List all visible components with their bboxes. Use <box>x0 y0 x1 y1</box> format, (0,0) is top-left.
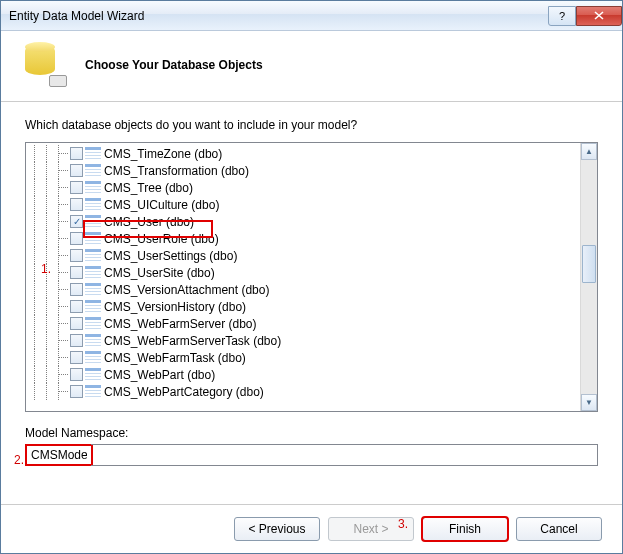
tree-item-checkbox[interactable] <box>70 215 83 228</box>
tree-lines <box>34 332 70 349</box>
table-icon <box>85 147 101 160</box>
tree-item-checkbox[interactable] <box>70 164 83 177</box>
tree-item-label: CMS_WebFarmServerTask (dbo) <box>104 334 281 348</box>
tree-item-checkbox[interactable] <box>70 232 83 245</box>
scroll-down-button[interactable]: ▼ <box>581 394 597 411</box>
tree-item[interactable]: CMS_User (dbo) <box>26 213 580 230</box>
tree-item-label: CMS_WebPart (dbo) <box>104 368 215 382</box>
annotation-1: 1. <box>41 262 51 276</box>
annotation-3: 3. <box>398 517 408 531</box>
tree-item-label: CMS_VersionHistory (dbo) <box>104 300 246 314</box>
table-icon <box>85 181 101 194</box>
close-button[interactable] <box>576 6 622 26</box>
object-tree[interactable]: CMS_TimeZone (dbo)CMS_Transformation (db… <box>25 142 598 412</box>
window-title: Entity Data Model Wizard <box>9 9 548 23</box>
tree-item[interactable]: CMS_UserSite (dbo) <box>26 264 580 281</box>
cancel-button[interactable]: Cancel <box>516 517 602 541</box>
table-icon <box>85 283 101 296</box>
scroll-track[interactable] <box>581 160 597 394</box>
titlebar: Entity Data Model Wizard ? <box>1 1 622 31</box>
tree-item-checkbox[interactable] <box>70 181 83 194</box>
tree-item-label: CMS_WebFarmServer (dbo) <box>104 317 256 331</box>
tree-item-label: CMS_WebFarmTask (dbo) <box>104 351 246 365</box>
tree-lines <box>34 281 70 298</box>
previous-button[interactable]: < Previous <box>234 517 320 541</box>
table-icon <box>85 198 101 211</box>
tree-item-checkbox[interactable] <box>70 283 83 296</box>
tree-item-label: CMS_WebPartCategory (dbo) <box>104 385 264 399</box>
close-icon <box>594 11 604 20</box>
tree-lines <box>34 196 70 213</box>
tree-lines <box>34 230 70 247</box>
namespace-label: Model Namespace: <box>25 426 598 440</box>
wizard-body: Which database objects do you want to in… <box>1 102 622 472</box>
tree-item-checkbox[interactable] <box>70 351 83 364</box>
tree-item-checkbox[interactable] <box>70 334 83 347</box>
table-icon <box>85 300 101 313</box>
tree-lines <box>34 162 70 179</box>
scroll-up-button[interactable]: ▲ <box>581 143 597 160</box>
tree-lines <box>34 179 70 196</box>
tree-item-checkbox[interactable] <box>70 300 83 313</box>
tree-item-checkbox[interactable] <box>70 317 83 330</box>
namespace-input-remainder[interactable] <box>91 444 598 466</box>
annotation-highlight-2 <box>25 444 93 466</box>
help-button[interactable]: ? <box>548 6 576 26</box>
table-icon <box>85 249 101 262</box>
tree-item-checkbox[interactable] <box>70 147 83 160</box>
tree-item[interactable]: CMS_Transformation (dbo) <box>26 162 580 179</box>
page-heading: Choose Your Database Objects <box>85 58 263 72</box>
tree-item[interactable]: CMS_Tree (dbo) <box>26 179 580 196</box>
table-icon <box>85 351 101 364</box>
tree-item[interactable]: CMS_VersionHistory (dbo) <box>26 298 580 315</box>
database-icon <box>25 45 65 85</box>
finish-button[interactable]: Finish <box>422 517 508 541</box>
wizard-window: Entity Data Model Wizard ? Choose Your D… <box>0 0 623 554</box>
scroll-thumb[interactable] <box>582 245 596 283</box>
tree-item-label: CMS_UserSettings (dbo) <box>104 249 237 263</box>
prompt-text: Which database objects do you want to in… <box>25 118 598 132</box>
table-icon <box>85 368 101 381</box>
tree-item[interactable]: CMS_UserRole (dbo) <box>26 230 580 247</box>
tree-item[interactable]: CMS_VersionAttachment (dbo) <box>26 281 580 298</box>
tree-item[interactable]: CMS_WebFarmServerTask (dbo) <box>26 332 580 349</box>
tree-item-checkbox[interactable] <box>70 368 83 381</box>
titlebar-buttons: ? <box>548 6 622 26</box>
tree-item-label: CMS_TimeZone (dbo) <box>104 147 222 161</box>
tree-lines <box>34 366 70 383</box>
tree-item-label: CMS_UserRole (dbo) <box>104 232 219 246</box>
tree-item[interactable]: CMS_WebFarmServer (dbo) <box>26 315 580 332</box>
wizard-footer: < Previous Next > 3. Finish Cancel <box>1 504 622 553</box>
table-icon <box>85 215 101 228</box>
tree-item[interactable]: CMS_WebPartCategory (dbo) <box>26 383 580 400</box>
tree-lines <box>34 349 70 366</box>
annotation-2: 2. <box>14 453 24 467</box>
tree-lines <box>34 315 70 332</box>
scrollbar-vertical[interactable]: ▲ ▼ <box>580 143 597 411</box>
table-icon <box>85 164 101 177</box>
tree-lines <box>34 298 70 315</box>
tree-item-checkbox[interactable] <box>70 249 83 262</box>
tree-item[interactable]: CMS_WebPart (dbo) <box>26 366 580 383</box>
tree-item-checkbox[interactable] <box>70 198 83 211</box>
help-icon: ? <box>559 10 565 22</box>
table-icon <box>85 334 101 347</box>
tree-item[interactable]: CMS_WebFarmTask (dbo) <box>26 349 580 366</box>
tree-item-checkbox[interactable] <box>70 385 83 398</box>
table-icon <box>85 385 101 398</box>
tree-item-label: CMS_UserSite (dbo) <box>104 266 215 280</box>
tree-lines <box>34 213 70 230</box>
tree-item-label: CMS_Tree (dbo) <box>104 181 193 195</box>
tree-lines <box>34 383 70 400</box>
tree-item-label: CMS_Transformation (dbo) <box>104 164 249 178</box>
tree-lines <box>34 264 70 281</box>
wizard-header: Choose Your Database Objects <box>1 31 622 102</box>
table-icon <box>85 232 101 245</box>
tree-item[interactable]: CMS_UserSettings (dbo) <box>26 247 580 264</box>
namespace-input[interactable] <box>27 446 91 464</box>
tree-item[interactable]: CMS_UICulture (dbo) <box>26 196 580 213</box>
tree-item-label: CMS_User (dbo) <box>104 215 194 229</box>
tree-item[interactable]: CMS_TimeZone (dbo) <box>26 145 580 162</box>
namespace-row <box>25 444 598 466</box>
tree-item-checkbox[interactable] <box>70 266 83 279</box>
